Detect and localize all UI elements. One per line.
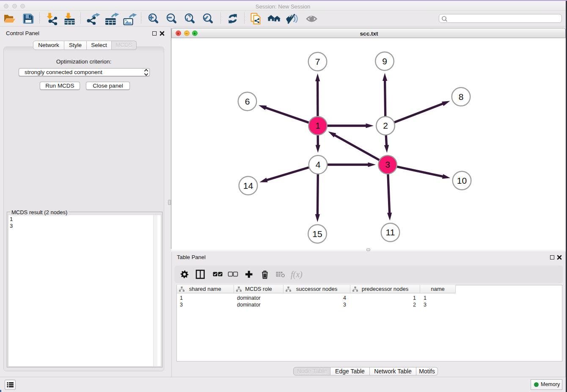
svg-text:9: 9: [382, 56, 387, 66]
svg-text:7: 7: [315, 57, 320, 66]
svg-text:15: 15: [312, 229, 322, 239]
svg-text:2: 2: [383, 121, 388, 130]
svg-text:3: 3: [385, 160, 390, 169]
svg-text:14: 14: [243, 181, 253, 190]
svg-text:4: 4: [316, 160, 321, 169]
svg-text:10: 10: [457, 176, 467, 185]
svg-text:6: 6: [245, 97, 250, 106]
svg-text:11: 11: [386, 227, 395, 237]
svg-text:1: 1: [315, 121, 320, 130]
svg-text:f(x): f(x): [291, 270, 303, 279]
svg-text:8: 8: [459, 92, 464, 102]
